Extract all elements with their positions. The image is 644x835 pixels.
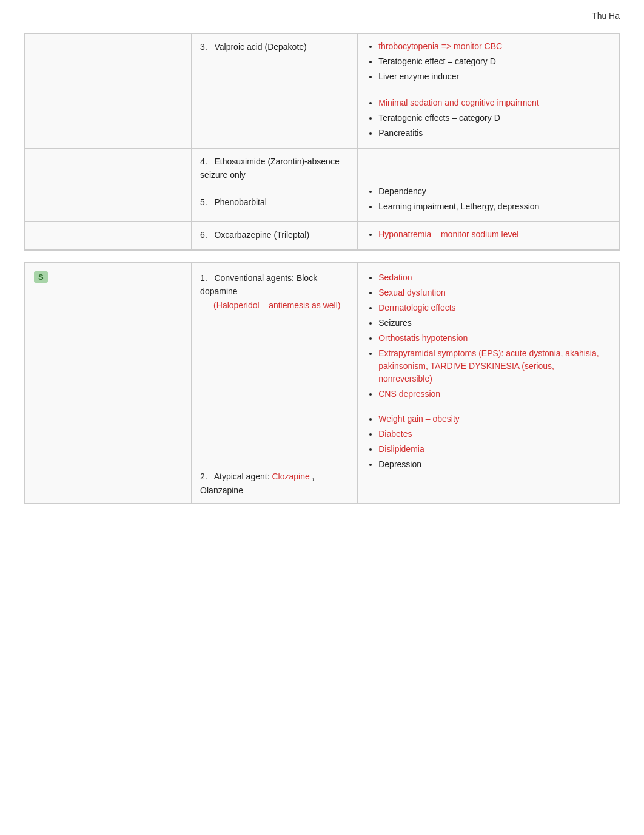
effect-item: Dislipidemia [378,443,610,456]
effect-item: Learning impairment, Lethergy, depressio… [378,200,610,213]
effect-item: Teratogenic effects – category D [378,112,610,124]
main-container: 3. Valproic acid (Depakote) throbocytope… [0,27,644,529]
effect-text: Weight gain – obesity [378,414,460,424]
effect-text: Sexual dysfuntion [378,288,446,297]
effect-text: Depression [378,459,421,469]
effect-text: Learning impairment, Lethergy, depressio… [378,201,539,211]
drug-item-4: 4. Ethosuximide (Zarontin)-absence seizu… [200,155,349,182]
drug-num: 2. [200,472,212,481]
drug-name: Ethosuximide (Zarontin)-absence seizure … [200,157,340,180]
col-right-1: throbocytopenia => monitor CBC Teratogen… [358,34,619,149]
effect-text: Minimal sedation and cognitive impairmen… [378,98,539,107]
col-right-2: Dependency Learning impairment, Lethergy… [358,149,619,222]
drug-num: 1. [200,273,212,283]
drug-num: 4. [200,157,212,166]
effect-text: Extrapyramidal symptoms (EPS): acute dys… [378,348,599,384]
effect-list-atypical: Weight gain – obesity Diabetes Dislipide… [366,413,610,471]
effect-item: throbocytopenia => monitor CBC [378,40,610,53]
effect-list-1: throbocytopenia => monitor CBC Teratogen… [366,40,610,83]
effect-text: Teratogenic effects – category D [378,113,500,123]
effect-list-conv: Sedation Sexual dysfuntion Dermatologic … [366,271,610,401]
effect-item: Liver enzyme inducer [378,70,610,83]
effect-text: throbocytopenia => monitor CBC [378,41,502,51]
drug-name-black2: Atypical agent: [214,472,272,481]
bottom-effects-cell: Sedation Sexual dysfuntion Dermatologic … [358,263,619,504]
effect-item: Teratogenic effect – category D [378,55,610,68]
drug-name-red: (Haloperidol – antiemesis as well) [213,300,340,310]
effect-item: CNS depression [378,388,610,401]
effect-item: Sedation [378,271,610,284]
page-header: Thu Ha [0,0,644,27]
drug-item-6: 6. Oxcarbazepine (Trileptal) [200,228,349,242]
drug-name-black: Conventional agents: Block dopamine [200,273,317,296]
drug-num: 5. [200,197,212,207]
effect-text: Diabetes [378,429,412,439]
col-mid-1: 3. Valproic acid (Depakote) [192,34,358,149]
table-row: 4. Ethosuximide (Zarontin)-absence seizu… [25,149,619,222]
author-name: Thu Ha [592,11,620,21]
effect-text: Sedation [378,272,412,282]
effect-item: Hyponatremia – monitor sodium level [378,228,610,241]
effect-text: Teratogenic effect – category D [378,56,496,66]
effect-text: CNS depression [378,389,440,399]
effect-list-oxcarb: Hyponatremia – monitor sodium level [366,228,610,241]
table-row: 3. Valproic acid (Depakote) throbocytope… [25,34,619,149]
effect-text: Hyponatremia – monitor sodium level [378,229,518,239]
drug-item-3: 3. Valproic acid (Depakote) [200,40,349,53]
top-section: 3. Valproic acid (Depakote) throbocytope… [24,33,620,251]
effect-item: Dermatologic effects [378,302,610,314]
effect-item: Seizures [378,317,610,330]
effect-text: Seizures [378,318,411,328]
effect-text: Pancreatitis [378,128,423,138]
effect-text: Dermatologic effects [378,303,455,313]
effect-item: Orthostatis hypotension [378,332,610,345]
table-row: 6. Oxcarbazepine (Trileptal) Hyponatremi… [25,222,619,250]
effect-item: Pancreatitis [378,127,610,140]
effect-list-valproic: Minimal sedation and cognitive impairmen… [366,96,610,140]
col-left-1 [25,34,192,149]
effect-text: Liver enzyme inducer [378,72,459,81]
drug-name: Phenobarbital [214,197,266,207]
drug-item-conv: 1. Conventional agents: Block dopamine (… [200,271,349,312]
effect-item: Weight gain – obesity [378,413,610,425]
effect-item: Extrapyramidal symptoms (EPS): acute dys… [378,347,610,385]
bottom-section: S 1. Conventional agents: Block dopamine… [24,262,620,504]
effect-text: Orthostatis hypotension [378,333,468,343]
label-cell: S [25,263,192,504]
section-label: S [34,271,48,283]
effect-list-pheno: Dependency Learning impairment, Lethergy… [366,185,610,213]
drug-name: Oxcarbazepine (Trileptal) [214,230,309,240]
col-mid-2: 4. Ethosuximide (Zarontin)-absence seizu… [192,149,358,222]
drug-clozapine: Clozapine [272,472,309,481]
effect-text: Dependency [378,186,426,196]
drug-item-atypical: 2. Atypical agent: Clozapine , Olanzapin… [200,470,349,497]
drug-name: Valproic acid (Depakote) [214,42,306,52]
effect-item: Depression [378,458,610,471]
effect-item: Diabetes [378,428,610,441]
effect-text: Dislipidemia [378,444,424,454]
col-mid-3: 6. Oxcarbazepine (Trileptal) [192,222,358,250]
drug-num: 3. [200,42,212,52]
col-right-3: Hyponatremia – monitor sodium level [358,222,619,250]
effect-item: Minimal sedation and cognitive impairmen… [378,96,610,109]
effect-item: Sexual dysfuntion [378,286,610,299]
col-left-2 [25,149,192,222]
table-row-bottom: S 1. Conventional agents: Block dopamine… [25,263,619,504]
col-left-3 [25,222,192,250]
bottom-drugs-cell: 1. Conventional agents: Block dopamine (… [192,263,358,504]
effect-item: Dependency [378,185,610,198]
drug-item-5: 5. Phenobarbital [200,195,349,209]
drug-num: 6. [200,230,212,240]
